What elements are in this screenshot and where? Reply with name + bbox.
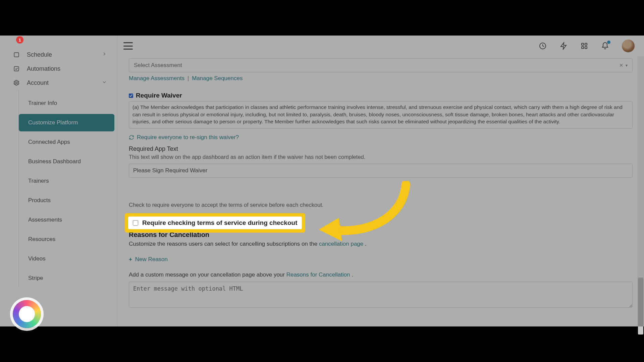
svg-rect-1 [14, 66, 18, 71]
sidebar-item-schedule[interactable]: Schedule [0, 48, 117, 62]
require-tos-checkbox[interactable] [133, 220, 138, 226]
sidebar-item-products[interactable]: Products [19, 192, 114, 209]
sidebar-item-connected-apps[interactable]: Connected Apps [19, 133, 114, 151]
apps-icon[interactable] [580, 42, 588, 50]
chevron-right-icon [102, 51, 107, 58]
sidebar-item-label: Account [27, 79, 49, 86]
notification-dot [607, 41, 610, 44]
gear-icon [13, 79, 20, 86]
sidebar-item-label: Automations [27, 65, 60, 72]
help-widget[interactable] [13, 300, 41, 328]
svg-rect-5 [582, 43, 584, 45]
scrollbar-track[interactable] [637, 56, 644, 326]
svg-marker-4 [561, 43, 566, 49]
sidebar-item-videos[interactable]: Videos [19, 250, 114, 267]
waiver-text-area[interactable]: (a) The Member acknowledges that partici… [129, 101, 633, 129]
new-reason-link[interactable]: New Reason [135, 256, 168, 262]
bell-icon[interactable] [601, 42, 609, 50]
annotation-highlight: Require checking terms of service during… [125, 213, 305, 233]
assessment-select[interactable]: Select Assessment ✕ ▾ [129, 58, 633, 72]
sidebar: Schedule Automations Account [0, 36, 117, 326]
check-square-icon [13, 65, 20, 72]
manage-assessments-link[interactable]: Manage Assessments [129, 75, 184, 81]
sidebar-item-stripe[interactable]: Stripe [19, 269, 114, 287]
reasons-help-pre: Customize the reasons users can select f… [129, 241, 319, 247]
require-waiver-label: Require Waiver [136, 92, 182, 99]
app-text-help: This text will show on the app dashboard… [129, 154, 633, 160]
avatar[interactable] [622, 40, 635, 52]
sidebar-item-account[interactable]: Account [0, 76, 117, 90]
sidebar-item-assessments[interactable]: Assessments [19, 211, 114, 229]
svg-rect-6 [585, 43, 587, 45]
sidebar-item-automations[interactable]: Automations [0, 62, 117, 76]
hamburger-icon[interactable] [123, 42, 133, 50]
svg-point-2 [16, 82, 17, 84]
svg-marker-9 [319, 218, 342, 241]
annotation-arrow [312, 181, 419, 248]
cancellation-message-textarea[interactable] [129, 282, 633, 308]
sidebar-item-customize-platform[interactable]: Customize Platform [19, 114, 114, 131]
calendar-icon [13, 51, 20, 58]
refresh-icon [129, 135, 134, 140]
svg-rect-8 [585, 47, 587, 49]
svg-rect-0 [14, 53, 18, 57]
manage-sequences-link[interactable]: Manage Sequences [192, 75, 243, 81]
sidebar-item-business-dashboard[interactable]: Business Dashboard [19, 153, 114, 170]
require-waiver-checkbox[interactable] [129, 94, 133, 98]
bolt-icon[interactable] [559, 42, 568, 50]
reasons-for-cancellation-link[interactable]: Reasons for Cancellation [286, 272, 350, 278]
cancel-msg-help-pre: Add a custom message on your cancellatio… [129, 272, 286, 278]
chevron-down-icon [102, 79, 107, 86]
cancel-msg-help-post: . [352, 272, 353, 278]
sidebar-item-trainer-info[interactable]: Trainer Info [19, 95, 114, 112]
app-text-input[interactable] [129, 164, 633, 178]
waiver-body: (a) The Member acknowledges that partici… [132, 104, 623, 124]
plus-icon: + [129, 256, 132, 262]
scrollbar-thumb[interactable] [638, 278, 643, 335]
sidebar-subnav-account: Trainer Info Customize Platform Connecte… [18, 90, 117, 287]
svg-rect-7 [582, 47, 584, 49]
resign-waiver-link[interactable]: Require everyone to re-sign this waiver? [137, 134, 239, 141]
sidebar-item-trainers[interactable]: Trainers [19, 172, 114, 190]
topbar [117, 36, 644, 56]
chevron-down-icon[interactable]: ▾ [626, 63, 628, 68]
help-widget-badge: 1 [16, 36, 23, 44]
clock-icon[interactable] [539, 42, 547, 50]
sidebar-item-resources[interactable]: Resources [19, 231, 114, 248]
clear-icon[interactable]: ✕ [617, 62, 626, 68]
sidebar-item-label: Schedule [27, 51, 52, 58]
assessment-select-placeholder: Select Assessment [134, 62, 182, 69]
require-tos-label: Require checking terms of service during… [142, 219, 297, 227]
app-text-label: Required App Text [129, 145, 633, 153]
separator: | [186, 75, 190, 81]
